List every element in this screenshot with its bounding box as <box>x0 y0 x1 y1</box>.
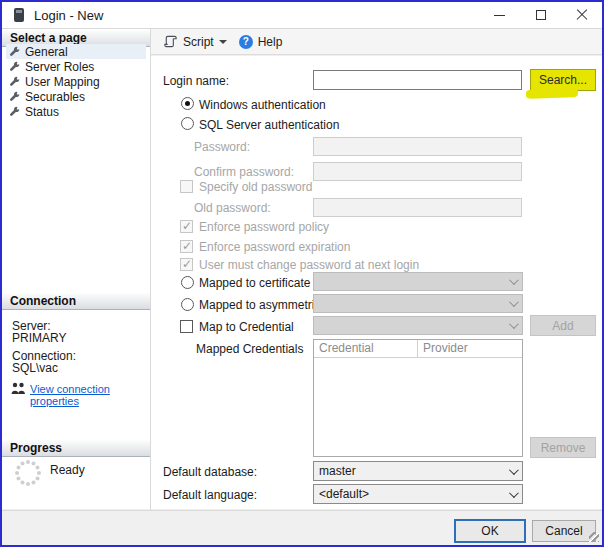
default-language-combo[interactable]: <default> <box>313 484 523 504</box>
script-icon <box>163 34 178 49</box>
minimize-button[interactable] <box>479 2 520 28</box>
mapped-to-asymmetric-key-radio[interactable] <box>181 298 194 311</box>
asymmetric-key-combo <box>313 294 523 313</box>
certificate-combo <box>313 272 523 291</box>
sidebar-item-user-mapping[interactable]: User Mapping <box>6 74 146 89</box>
view-connection-properties-link[interactable]: View connection properties <box>30 383 150 407</box>
chevron-down-icon <box>509 319 519 329</box>
mapped-to-certificate-label: Mapped to certificate <box>199 276 310 290</box>
enforce-password-policy-checkbox <box>180 220 193 233</box>
chevron-down-icon <box>509 275 519 285</box>
sidebar-item-label: General <box>25 45 68 59</box>
table-header-credential: Credential <box>314 340 418 357</box>
add-button: Add <box>530 315 596 336</box>
connection-header: Connection <box>2 293 150 310</box>
password-label: Password: <box>194 140 250 154</box>
sql-authentication-label: SQL Server authentication <box>199 118 339 132</box>
chevron-down-icon <box>509 297 519 307</box>
login-name-label: Login name: <box>163 74 229 88</box>
default-language-label: Default language: <box>163 488 257 502</box>
toolbar: Script ? Help <box>151 29 602 55</box>
login-new-dialog: Login - New Select a page General Server… <box>0 0 604 547</box>
server-value: PRIMARY <box>12 331 66 345</box>
app-icon <box>14 8 24 22</box>
wrench-icon <box>9 91 20 102</box>
help-icon: ? <box>239 35 253 49</box>
sidebar-item-general[interactable]: General <box>6 44 146 59</box>
specify-old-password-checkbox <box>180 180 193 193</box>
resize-grip[interactable] <box>589 532 599 542</box>
wrench-icon <box>9 106 20 117</box>
enforce-password-expiration-checkbox <box>180 240 193 253</box>
general-page-panel: Login name: Search... Windows authentica… <box>151 56 602 509</box>
help-label: Help <box>258 35 283 49</box>
remove-button: Remove <box>530 437 596 458</box>
old-password-input <box>313 198 522 217</box>
cancel-button[interactable]: Cancel <box>532 520 596 542</box>
ok-button[interactable]: OK <box>455 520 525 542</box>
password-input <box>313 137 522 156</box>
close-button[interactable] <box>561 2 602 28</box>
map-to-credential-label: Map to Credential <box>199 320 294 334</box>
confirm-password-label: Confirm password: <box>194 165 294 179</box>
mapped-credentials-table: Credential Provider <box>313 339 523 457</box>
sidebar-item-status[interactable]: Status <box>6 104 146 119</box>
search-button[interactable]: Search... <box>530 69 596 91</box>
windows-authentication-label: Windows authentication <box>199 98 326 112</box>
script-label: Script <box>183 35 214 49</box>
default-database-combo[interactable]: master <box>313 461 523 481</box>
enforce-password-expiration-label: Enforce password expiration <box>199 240 350 254</box>
wrench-icon <box>9 61 20 72</box>
connection-properties-icon <box>10 382 26 395</box>
credential-combo <box>313 316 523 335</box>
help-button[interactable]: ? Help <box>233 31 289 53</box>
mapped-to-certificate-radio[interactable] <box>181 276 194 289</box>
table-header-provider: Provider <box>418 340 522 357</box>
sidebar-item-label: User Mapping <box>25 75 100 89</box>
map-to-credential-checkbox[interactable] <box>180 320 193 333</box>
footer: OK Cancel <box>2 510 602 545</box>
windows-authentication-radio[interactable] <box>181 97 194 110</box>
sidebar-item-securables[interactable]: Securables <box>6 89 146 104</box>
default-database-value: master <box>319 464 356 478</box>
specify-old-password-label: Specify old password <box>199 180 312 194</box>
sidebar-item-label: Status <box>25 105 59 119</box>
sql-authentication-radio[interactable] <box>181 117 194 130</box>
maximize-button[interactable] <box>520 2 561 28</box>
sidebar-item-label: Securables <box>25 90 85 104</box>
connection-value: SQL\vac <box>12 361 58 375</box>
login-name-input[interactable] <box>313 70 522 90</box>
wrench-icon <box>9 46 20 57</box>
sidebar-item-label: Server Roles <box>25 60 94 74</box>
minimize-icon <box>494 15 505 16</box>
default-database-label: Default database: <box>163 465 257 479</box>
mapped-credentials-label: Mapped Credentials <box>196 342 303 356</box>
script-button[interactable]: Script <box>157 31 233 53</box>
wrench-icon <box>9 76 20 87</box>
default-language-value: <default> <box>319 487 369 501</box>
close-icon <box>576 9 588 21</box>
enforce-password-policy-label: Enforce password policy <box>199 220 329 234</box>
progress-status: Ready <box>50 463 85 477</box>
title-bar: Login - New <box>2 2 602 28</box>
chevron-down-icon <box>509 488 519 498</box>
progress-header: Progress <box>2 440 150 457</box>
table-header-row: Credential Provider <box>314 340 522 358</box>
maximize-icon <box>536 10 546 20</box>
sidebar-item-server-roles[interactable]: Server Roles <box>6 59 146 74</box>
script-dropdown-icon <box>219 40 227 44</box>
old-password-label: Old password: <box>194 201 271 215</box>
must-change-password-checkbox <box>180 258 193 271</box>
confirm-password-input <box>313 162 522 181</box>
sidebar: Select a page General Server Roles User … <box>2 29 150 509</box>
window-title: Login - New <box>34 8 103 23</box>
progress-spinner-icon <box>14 459 42 487</box>
chevron-down-icon <box>509 465 519 475</box>
must-change-password-label: User must change password at next login <box>199 258 419 272</box>
